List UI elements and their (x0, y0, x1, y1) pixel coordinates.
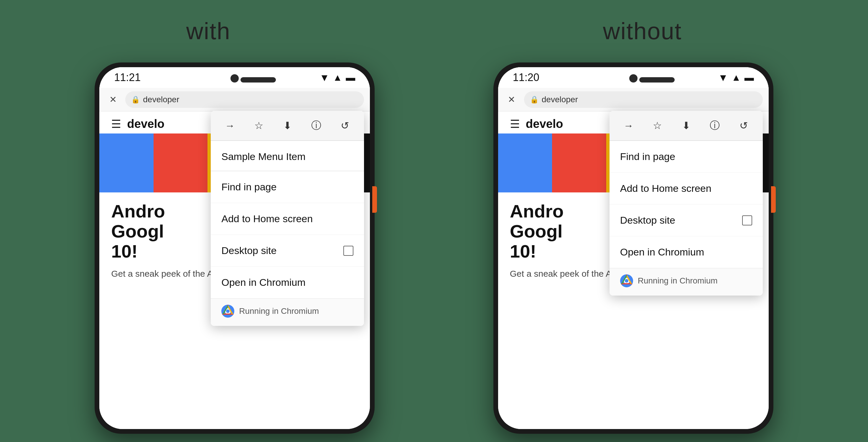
phone-screen-right: 11:20 ▼ ▲ ▬ ✕ 🔒 developer (498, 67, 769, 429)
refresh-icon-right[interactable]: ↺ (735, 117, 752, 134)
forward-icon-left[interactable]: → (222, 117, 238, 134)
svg-point-5 (625, 279, 628, 283)
phone-speaker-left (241, 77, 276, 83)
phone-side-button-right (771, 186, 776, 213)
wifi-icon-right: ▼ (718, 72, 728, 84)
screen-right: 11:20 ▼ ▲ ▬ ✕ 🔒 developer (498, 67, 769, 429)
close-button-right[interactable]: ✕ (504, 92, 519, 107)
menu-item-desktop-label-right: Desktop site (620, 215, 675, 226)
running-text-left: Running in Chromium (239, 307, 319, 316)
running-in-chromium-right: Running in Chromium (610, 268, 763, 295)
menu-item-chromium-right[interactable]: Open in Chromium (610, 236, 763, 268)
menu-item-home-label-right: Add to Home screen (620, 183, 712, 194)
phone-screen-left: 11:21 ▼ ▲ ▬ ✕ 🔒 developer (99, 67, 370, 429)
browser-toolbar-right: ✕ 🔒 developer (498, 88, 769, 112)
download-icon-left[interactable]: ⬇ (279, 117, 296, 134)
page-domain-right: develo (526, 117, 563, 130)
status-icons-left: ▼ ▲ ▬ (319, 72, 355, 84)
time-left: 11:21 (114, 71, 141, 84)
lock-icon-left: 🔒 (131, 95, 140, 104)
lock-icon-right: 🔒 (530, 95, 539, 104)
signal-icon-left: ▲ (333, 72, 342, 83)
phone-right: 11:20 ▼ ▲ ▬ ✕ 🔒 developer (493, 62, 773, 434)
address-text-right: developer (542, 95, 578, 104)
browser-toolbar-left: ✕ 🔒 developer (99, 88, 370, 112)
menu-item-find-left[interactable]: Find in page (211, 171, 364, 203)
phone-side-button-left (372, 186, 377, 213)
chromium-logo-left (221, 305, 234, 318)
menu-item-desktop-right[interactable]: Desktop site (610, 204, 763, 236)
info-icon-right[interactable]: ⓘ (707, 117, 723, 134)
download-icon-right[interactable]: ⬇ (678, 117, 694, 134)
menu-item-sample-label: Sample Menu Item (221, 151, 305, 162)
hamburger-left: ☰ (111, 118, 121, 130)
color-bar-blue-left (99, 133, 154, 192)
dropdown-menu-right: → ☆ ⬇ ⓘ ↺ Find in page Add to Home scree… (610, 111, 763, 295)
menu-item-find-label-right: Find in page (620, 151, 675, 162)
menu-item-chromium-label-left: Open in Chromium (221, 277, 305, 288)
dropdown-icons-left: → ☆ ⬇ ⓘ ↺ (211, 111, 364, 141)
desktop-checkbox-left[interactable] (343, 246, 353, 256)
menu-item-chromium-label-right: Open in Chromium (620, 246, 704, 258)
menu-item-chromium-left[interactable]: Open in Chromium (211, 267, 364, 298)
without-label: without (603, 18, 682, 45)
info-icon-left[interactable]: ⓘ (308, 117, 324, 134)
running-text-right: Running in Chromium (638, 276, 718, 286)
screen-left: 11:21 ▼ ▲ ▬ ✕ 🔒 developer (99, 67, 370, 429)
address-text-left: developer (143, 95, 179, 104)
menu-item-home-label-left: Add to Home screen (221, 213, 313, 224)
signal-icon-right: ▲ (732, 72, 741, 83)
menu-item-home-right[interactable]: Add to Home screen (610, 173, 763, 204)
menu-item-sample[interactable]: Sample Menu Item (211, 141, 364, 171)
page-domain-left: develo (127, 117, 164, 130)
battery-icon-right: ▬ (744, 72, 754, 83)
color-bar-blue-right (498, 133, 552, 192)
close-button-left[interactable]: ✕ (105, 92, 121, 107)
phone-camera-right (629, 74, 638, 83)
address-bar-left[interactable]: 🔒 developer (125, 91, 364, 108)
battery-icon-left: ▬ (346, 72, 355, 83)
dropdown-icons-right: → ☆ ⬇ ⓘ ↺ (610, 111, 763, 141)
dropdown-menu-left: → ☆ ⬇ ⓘ ↺ Sample Menu Item Find in page (211, 111, 364, 326)
hamburger-right: ☰ (510, 118, 520, 130)
address-bar-right[interactable]: 🔒 developer (524, 91, 763, 108)
bookmark-icon-left[interactable]: ☆ (250, 117, 267, 134)
wifi-icon-left: ▼ (319, 72, 330, 84)
with-label: with (186, 18, 230, 45)
bookmark-icon-right[interactable]: ☆ (649, 117, 665, 134)
phone-camera-left (230, 74, 239, 83)
chromium-logo-right (620, 274, 633, 287)
color-bar-red-right (552, 133, 606, 192)
color-bar-red-left (154, 133, 208, 192)
menu-item-find-right[interactable]: Find in page (610, 141, 763, 173)
phone-speaker-right (639, 77, 675, 83)
svg-point-2 (226, 309, 229, 313)
menu-item-desktop-label-left: Desktop site (221, 245, 276, 256)
running-in-chromium-left: Running in Chromium (211, 298, 364, 326)
forward-icon-right[interactable]: → (620, 117, 637, 134)
status-icons-right: ▼ ▲ ▬ (718, 72, 754, 84)
menu-item-desktop-left[interactable]: Desktop site (211, 235, 364, 267)
menu-item-home-left[interactable]: Add to Home screen (211, 203, 364, 235)
labels-row: with without (0, 0, 868, 62)
refresh-icon-left[interactable]: ↺ (337, 117, 353, 134)
time-right: 11:20 (513, 71, 539, 84)
menu-item-find-label-left: Find in page (221, 181, 276, 193)
phones-row: 11:21 ▼ ▲ ▬ ✕ 🔒 developer (0, 62, 868, 434)
desktop-checkbox-right[interactable] (742, 215, 752, 225)
phone-left: 11:21 ▼ ▲ ▬ ✕ 🔒 developer (95, 62, 375, 434)
